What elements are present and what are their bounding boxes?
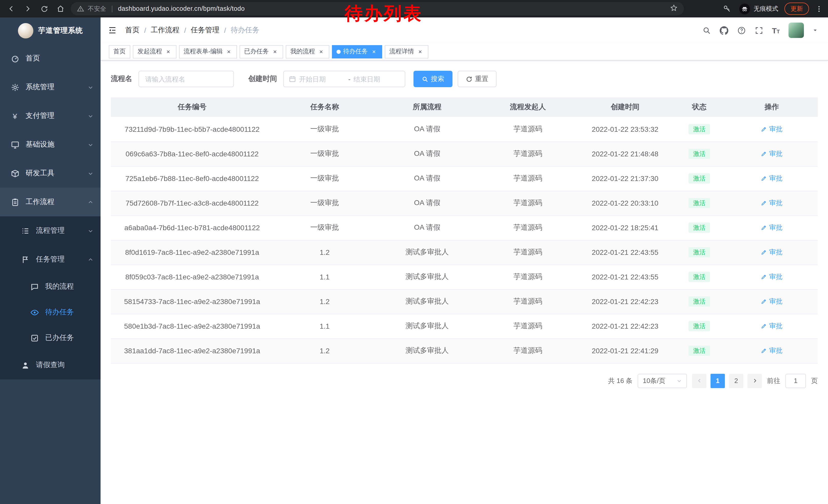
- tab[interactable]: 待办任务 ×: [332, 45, 382, 58]
- tab[interactable]: 我的流程 ×: [286, 45, 329, 58]
- help-icon[interactable]: [737, 26, 746, 35]
- prev-page-button[interactable]: [692, 373, 706, 388]
- cell-initiator: 芋道源码: [479, 117, 577, 141]
- sidebar-item-devtools[interactable]: 研发工具: [0, 159, 100, 188]
- tab-close-icon[interactable]: ×: [272, 48, 279, 55]
- page-size-select[interactable]: 10条/页: [638, 373, 687, 388]
- edit-pen-icon: [761, 274, 767, 280]
- bookmark-star-icon[interactable]: [670, 4, 678, 13]
- header-actions: TT: [702, 22, 818, 38]
- browser-home-icon[interactable]: [54, 3, 67, 15]
- tab-close-icon[interactable]: ×: [225, 48, 233, 55]
- table-row: 8f0d1619-7ac8-11ec-a9e2-a2380e71991a 1.2…: [111, 240, 818, 265]
- approve-link[interactable]: 审批: [761, 223, 783, 232]
- approve-label: 审批: [769, 297, 783, 306]
- search-button[interactable]: 搜索: [413, 71, 452, 87]
- github-icon[interactable]: [719, 26, 728, 35]
- cell-task-id: 8f059c03-7ac8-11ec-a9e2-a2380e71991a: [111, 265, 274, 289]
- browser-menu-icon[interactable]: [815, 5, 823, 12]
- status-badge: 激活: [689, 321, 710, 331]
- cell-task-id: 8f0d1619-7ac8-11ec-a9e2-a2380e71991a: [111, 240, 274, 265]
- sidebar-item-home[interactable]: 首页: [0, 44, 100, 73]
- process-name-input[interactable]: [138, 71, 234, 87]
- approve-link[interactable]: 审批: [761, 297, 783, 306]
- sidebar-item-system[interactable]: 系统管理: [0, 73, 100, 101]
- sidebar-fold-icon[interactable]: [108, 26, 117, 35]
- fullscreen-icon[interactable]: [754, 26, 763, 35]
- sidebar-item-label: 基础设施: [26, 140, 54, 149]
- avatar-caret-icon[interactable]: [813, 28, 818, 33]
- cell-task-name: 一级审批: [274, 117, 376, 141]
- reset-button[interactable]: 重置: [458, 71, 497, 87]
- sidebar-item-task-mgmt[interactable]: 任务管理: [0, 245, 100, 274]
- omnibox-divider: [112, 5, 112, 12]
- approve-link[interactable]: 审批: [761, 149, 783, 158]
- end-date-input[interactable]: [354, 75, 400, 83]
- avatar[interactable]: [788, 22, 804, 38]
- column-header: 任务编号: [111, 97, 274, 117]
- breadcrumb-separator: /: [184, 26, 186, 34]
- breadcrumb-item[interactable]: 任务管理: [191, 26, 219, 35]
- approve-link[interactable]: 审批: [761, 346, 783, 355]
- approve-link[interactable]: 审批: [761, 321, 783, 331]
- incognito-badge[interactable]: 无痕模式: [739, 3, 778, 14]
- search-icon: [422, 76, 428, 82]
- tab-close-icon[interactable]: ×: [417, 48, 424, 55]
- tab[interactable]: 已办任务 ×: [240, 45, 283, 58]
- tab[interactable]: 流程表单-编辑 ×: [179, 45, 237, 58]
- browser-update-button[interactable]: 更新: [784, 3, 809, 15]
- approve-link[interactable]: 审批: [761, 198, 783, 208]
- font-size-icon[interactable]: TT: [772, 26, 780, 35]
- breadcrumb-item[interactable]: 工作流程: [151, 26, 179, 35]
- sidebar-item-infrastructure[interactable]: 基础设施: [0, 130, 100, 159]
- sidebar-item-payment[interactable]: ¥ 支付管理: [0, 101, 100, 130]
- approve-link[interactable]: 审批: [761, 248, 783, 257]
- cell-process: 测试多审批人: [376, 240, 479, 265]
- tab[interactable]: 首页: [109, 45, 130, 58]
- page-button-1[interactable]: 1: [710, 373, 725, 388]
- date-range-picker[interactable]: -: [283, 71, 405, 87]
- cell-status: 激活: [673, 314, 726, 338]
- cell-task-id: 75d72608-7b7f-11ec-a3c8-acde48001122: [111, 191, 274, 215]
- tab-close-icon[interactable]: ×: [165, 48, 172, 55]
- sidebar-item-done-tasks[interactable]: 已办任务: [0, 325, 100, 351]
- sidebar-item-leave-query[interactable]: 请假查询: [0, 351, 100, 379]
- next-page-button[interactable]: [747, 373, 762, 388]
- browser-reload-icon[interactable]: [38, 3, 50, 15]
- tab[interactable]: 发起流程 ×: [133, 45, 176, 58]
- approve-link[interactable]: 审批: [761, 125, 783, 134]
- breadcrumb-item[interactable]: 首页: [125, 26, 139, 35]
- status-badge: 激活: [689, 198, 710, 209]
- goto-page-input[interactable]: [785, 373, 806, 388]
- sidebar-item-my-process[interactable]: 我的流程: [0, 274, 100, 300]
- cell-status: 激活: [673, 289, 726, 314]
- search-icon[interactable]: [702, 26, 711, 35]
- breadcrumb: 首页 / 工作流程 / 任务管理 / 待办任务: [125, 26, 259, 35]
- sidebar-item-workflow[interactable]: 工作流程: [0, 188, 100, 216]
- approve-link[interactable]: 审批: [761, 174, 783, 183]
- key-icon[interactable]: [721, 3, 733, 15]
- sidebar-item-todo-tasks[interactable]: 待办任务: [0, 300, 100, 325]
- edit-pen-icon: [761, 151, 767, 157]
- page-url[interactable]: dashboard.yudao.iocoder.cn/bpm/task/todo: [118, 5, 245, 12]
- address-bar[interactable]: 不安全 dashboard.yudao.iocoder.cn/bpm/task/…: [71, 2, 684, 15]
- not-secure-warning-icon: [77, 5, 84, 12]
- start-date-input[interactable]: [299, 75, 345, 83]
- page-button-2[interactable]: 2: [729, 373, 743, 388]
- tab-close-icon[interactable]: ×: [370, 48, 378, 55]
- edit-pen-icon: [761, 200, 767, 206]
- browser-forward-icon[interactable]: [22, 3, 34, 15]
- browser-back-icon[interactable]: [5, 3, 17, 15]
- tab-close-icon[interactable]: ×: [318, 48, 325, 55]
- cell-process: OA 请假: [376, 117, 479, 141]
- cell-process: 测试多审批人: [376, 265, 479, 289]
- sidebar-item-process-mgmt[interactable]: 流程管理: [0, 216, 100, 245]
- workflow-submenu: 流程管理 任务管理 我的流程 待办任务: [0, 216, 100, 379]
- security-label[interactable]: 不安全: [88, 4, 106, 13]
- sidebar-item-label: 流程管理: [36, 226, 65, 235]
- browser-toolbar: 不安全 dashboard.yudao.iocoder.cn/bpm/task/…: [0, 0, 828, 17]
- app-logo[interactable]: 芋道管理系统: [0, 17, 100, 44]
- cell-status: 激活: [673, 265, 726, 289]
- approve-link[interactable]: 审批: [761, 272, 783, 281]
- tab[interactable]: 流程详情 ×: [385, 45, 428, 58]
